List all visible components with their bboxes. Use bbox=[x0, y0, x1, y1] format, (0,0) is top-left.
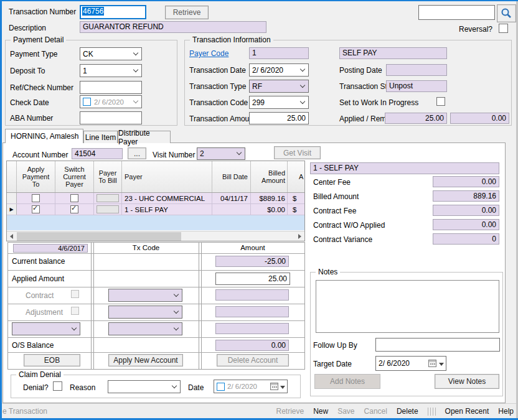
adjustment-tx-code-combo[interactable] bbox=[108, 306, 182, 319]
tab-patient[interactable]: HORNING, Amalesh bbox=[5, 129, 83, 143]
status-new[interactable]: New bbox=[313, 407, 328, 416]
reason-combo[interactable] bbox=[108, 380, 181, 393]
status-open-recent[interactable]: Open Recent bbox=[445, 407, 489, 416]
contract-fee-label: Contract Fee bbox=[313, 207, 356, 215]
aba-number-input[interactable] bbox=[80, 111, 142, 124]
apply-payment-checkbox[interactable] bbox=[32, 194, 40, 202]
extra-tx-code-combo[interactable] bbox=[108, 322, 182, 335]
row-selector-current[interactable]: ▶ bbox=[7, 204, 17, 215]
apply-payment-cell[interactable] bbox=[17, 193, 55, 203]
bill-date-cell[interactable]: 04/11/17 bbox=[212, 193, 251, 203]
status-save[interactable]: Save bbox=[337, 407, 354, 416]
apply-payment-checkbox-checked[interactable]: ✓ bbox=[32, 205, 40, 213]
calendar-icon bbox=[428, 360, 436, 367]
contract-checkbox[interactable] bbox=[71, 290, 79, 298]
payer-to-bill-cell[interactable] bbox=[94, 204, 122, 215]
check-date-picker[interactable]: 2/ 6/2020 bbox=[80, 95, 142, 108]
transaction-code-combo[interactable]: 299 bbox=[249, 96, 309, 109]
payer-cell[interactable]: 23 - UHC COMMERCIAL bbox=[122, 193, 212, 203]
row-selector[interactable] bbox=[7, 193, 17, 203]
apply-table: 4/6/2017 Tx Code Amount Current balance … bbox=[7, 242, 305, 370]
view-notes-button[interactable]: View Notes bbox=[435, 374, 499, 389]
ref-check-number-label: Ref/Check Number bbox=[10, 83, 73, 92]
tab-distribute-payer[interactable]: Distribute Payer bbox=[118, 131, 171, 143]
transaction-amount-input[interactable] bbox=[249, 112, 309, 124]
transaction-amount-label: Transaction Amount bbox=[189, 114, 255, 123]
wip-checkbox[interactable] bbox=[436, 97, 445, 106]
payer-row-uhc[interactable]: 23 - UHC COMMERCIAL 04/11/17 $889.16 $ bbox=[7, 193, 304, 204]
col-apply-payment-to[interactable]: Apply Payment To bbox=[17, 161, 55, 192]
apply-payment-cell[interactable]: ✓ bbox=[17, 204, 55, 215]
transaction-window: Transaction Number 46756 Retrieve Descri… bbox=[0, 0, 518, 420]
scroll-right-icon[interactable] bbox=[298, 234, 301, 239]
col-clipped: A bbox=[288, 161, 304, 192]
bill-date-cell[interactable] bbox=[212, 204, 251, 215]
account-number-field[interactable]: 41504 bbox=[72, 148, 123, 159]
denial-checkbox[interactable] bbox=[53, 381, 62, 391]
switch-payer-checkbox-checked[interactable]: ✓ bbox=[70, 205, 78, 213]
window-border-top bbox=[0, 0, 518, 1]
switch-payer-cell[interactable]: ✓ bbox=[55, 204, 94, 215]
payer-cell[interactable]: 1 - SELF PAY bbox=[122, 204, 212, 215]
check-date-checkbox[interactable] bbox=[83, 98, 91, 106]
reversal-checkbox[interactable] bbox=[499, 24, 508, 33]
status-delete[interactable]: Delete bbox=[397, 407, 418, 416]
payment-type-combo[interactable]: CK bbox=[80, 47, 142, 60]
col-payer[interactable]: Payer bbox=[122, 161, 212, 192]
target-date-picker[interactable]: 2/ 6/2020 bbox=[375, 356, 446, 371]
retrieve-button[interactable]: Retrieve bbox=[165, 6, 209, 19]
transaction-date-label: Transaction Date bbox=[189, 66, 246, 75]
status-cancel[interactable]: Cancel bbox=[364, 407, 387, 416]
transaction-date-picker[interactable]: 2/ 6/2020 bbox=[249, 63, 309, 77]
check-date-label: Check Date bbox=[10, 98, 49, 107]
deposit-to-combo[interactable]: 1 bbox=[80, 64, 142, 77]
extra-type-combo[interactable] bbox=[12, 322, 80, 335]
eob-button[interactable]: EOB bbox=[24, 354, 80, 366]
billed-amount-cell[interactable]: $0.00 bbox=[251, 204, 288, 215]
transaction-number-input[interactable]: 46756 bbox=[80, 5, 146, 19]
account-browse-button[interactable]: ... bbox=[128, 147, 146, 159]
description-field: GUARANTOR REFUND bbox=[80, 21, 266, 33]
tab-line-item[interactable]: Line Item bbox=[83, 131, 118, 143]
payer-to-bill-cell[interactable] bbox=[94, 193, 122, 203]
notes-textarea[interactable] bbox=[316, 280, 499, 333]
apply-new-account-button[interactable]: Apply New Account bbox=[108, 354, 183, 366]
billed-amount-cell[interactable]: $889.16 bbox=[251, 193, 288, 203]
chevron-down-icon bbox=[174, 291, 179, 296]
adjustment-checkbox[interactable] bbox=[71, 307, 79, 315]
col-switch-current-payer[interactable]: Switch Current Payer bbox=[55, 161, 94, 192]
add-notes-button[interactable]: Add Notes bbox=[314, 374, 380, 389]
payer-code-link[interactable]: Payer Code bbox=[189, 49, 228, 58]
applied-amount-input[interactable] bbox=[215, 273, 290, 285]
payer-to-bill-box bbox=[97, 205, 119, 213]
col-payer-to-bill[interactable]: Payer To Bill bbox=[94, 161, 122, 192]
ref-check-number-input[interactable] bbox=[80, 81, 142, 94]
denial-date-picker[interactable]: 2/ 6/2020 bbox=[214, 380, 288, 393]
denial-date-checkbox[interactable] bbox=[217, 383, 225, 391]
payer-row-self-pay[interactable]: ▶ ✓ ✓ 1 - SELF PAY $0.00 $ bbox=[7, 204, 304, 215]
get-visit-button[interactable]: Get Visit bbox=[274, 146, 321, 159]
scrollbar-thumb[interactable] bbox=[17, 232, 181, 241]
divider bbox=[8, 337, 304, 338]
search-button[interactable] bbox=[497, 4, 516, 22]
follow-up-by-input[interactable] bbox=[375, 338, 500, 352]
grid-empty-area bbox=[7, 215, 304, 230]
status-help[interactable]: Help bbox=[498, 407, 514, 416]
visit-number-combo[interactable]: 2 bbox=[197, 147, 245, 160]
window-border-left bbox=[0, 0, 2, 420]
os-balance-label: O/S Balance bbox=[12, 341, 54, 350]
payer-code-field: 1 bbox=[249, 47, 309, 59]
visit-number-value: 2 bbox=[200, 149, 204, 158]
col-bill-date[interactable]: Bill Date bbox=[212, 161, 251, 192]
grid-horizontal-scrollbar[interactable] bbox=[7, 231, 304, 241]
transaction-type-combo[interactable]: RF bbox=[249, 80, 309, 93]
scroll-left-icon[interactable] bbox=[10, 234, 13, 239]
delete-account-button[interactable]: Delete Account bbox=[217, 354, 289, 366]
current-balance-label: Current balance bbox=[12, 257, 65, 266]
contract-tx-code-combo[interactable] bbox=[108, 289, 182, 302]
switch-payer-checkbox[interactable] bbox=[70, 194, 78, 202]
status-retrieve[interactable]: Retrieve bbox=[276, 407, 304, 416]
switch-payer-cell[interactable] bbox=[55, 193, 94, 203]
col-billed-amount[interactable]: Billed Amount bbox=[251, 161, 288, 192]
search-input[interactable] bbox=[418, 5, 495, 20]
